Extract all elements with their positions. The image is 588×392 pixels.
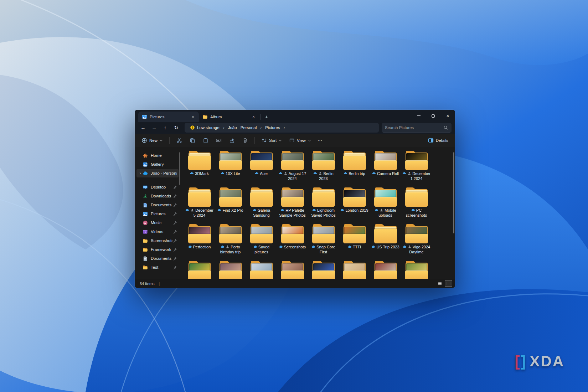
folder-item[interactable] [246,260,277,279]
folder-item-berlin-2023[interactable]: Berlin 2023 [308,150,339,187]
refresh-button[interactable]: ↻ [171,123,182,133]
folder-item[interactable] [308,260,339,279]
folder-icon [143,264,149,270]
downloads-icon [143,193,149,199]
folder-item-berlin-trip[interactable]: Berlin trip [339,150,370,187]
folder-item-acer[interactable]: Acer [246,150,277,187]
folder-item-10x-lite[interactable]: 10X Lite [215,150,246,187]
sort-button[interactable]: Sort [258,135,285,146]
folder-item-camera-roll[interactable]: Camera Roll [370,150,401,187]
folder-item-pc-screenshots[interactable]: PC screenshots [401,187,432,223]
cut-button[interactable] [173,135,185,146]
folder-item-find-x2-pro[interactable]: Find X2 Pro [215,187,246,223]
sidebar-item-downloads[interactable]: Downloads [136,192,179,200]
sidebar-item-documents[interactable]: Documents [136,201,179,209]
folder-item[interactable] [401,260,432,279]
view-button[interactable]: View [286,135,314,146]
sidebar-item-jo-o-personal[interactable]: ›João - Personal [136,169,179,177]
more-options-button[interactable]: ⋯ [315,135,325,146]
folder-item[interactable] [215,260,246,279]
shared-person-icon [284,171,288,176]
folder-item[interactable] [184,260,215,279]
sidebar-scrollbar[interactable] [179,152,180,185]
folder-name: TTTI [353,245,361,249]
scrollbar[interactable] [453,152,454,233]
new-tab-button[interactable]: + [262,112,271,121]
folder-item[interactable] [370,260,401,279]
folder-label: Porto birthday trip [215,245,246,254]
folder-item-december-1-2024[interactable]: December 1 2024 [401,150,432,187]
folder-item[interactable] [277,260,308,279]
folder-item-mobile-uploads[interactable]: Mobile uploads [370,187,401,223]
folder-item-august-17-2024[interactable]: August 17 2024 [277,150,308,187]
navigation-pane: HomeGallery›João - PersonalDesktopDownlo… [135,147,180,279]
folder-item-us-trip-2023[interactable]: US Trip 2023 [370,223,401,260]
breadcrumb-joao-personal[interactable]: João - Personal [226,124,259,132]
sidebar-item-videos[interactable]: Videos [136,227,179,236]
chevron-right-icon[interactable]: › [138,171,143,176]
minimize-button[interactable] [411,110,426,122]
close-button[interactable]: × [440,110,455,122]
folder-icon [312,224,335,243]
large-icons-view-button[interactable] [445,280,452,287]
sidebar-item-pictures[interactable]: Pictures [136,210,179,218]
up-button[interactable]: ↑ [160,123,171,133]
folder-item-saved-pictures[interactable]: Saved pictures [246,223,277,260]
folder-item-vigo-2024-daytime[interactable]: Vigo 2024 Daytime [401,223,432,260]
folder-icon [343,151,366,170]
search-input[interactable] [385,125,443,130]
sidebar-item-desktop[interactable]: Desktop [136,183,179,191]
copy-button[interactable] [186,135,198,146]
folder-item-london-2019[interactable]: London 2019 [339,187,370,223]
folder-item-ttti[interactable]: TTTI [339,223,370,260]
folder-item-perfection[interactable]: Perfection [184,223,215,260]
maximize-button[interactable] [426,110,440,122]
folder-name: August 17 2024 [288,171,306,181]
folder-item-3dmark[interactable]: 3DMark [184,150,215,187]
sidebar-item-music[interactable]: Music [136,218,179,227]
sidebar-item-framework-d[interactable]: Framework D [136,245,179,254]
folder-item-lightroom-saved-photos[interactable]: Lightroom Saved Photos [308,187,339,223]
sidebar-item-home[interactable]: Home [136,151,179,160]
search-box[interactable] [382,123,452,133]
breadcrumb-pictures[interactable]: Pictures [263,124,283,132]
onedrive-status-icon [185,208,189,213]
sidebar-item-gallery[interactable]: Gallery [136,160,179,169]
folder-icon [343,187,366,207]
folder-item-screenshots[interactable]: Screenshots [277,223,308,260]
sidebar-item-documents[interactable]: Documents [136,254,179,263]
folder-item-december-5-2024[interactable]: December 5 2024 [184,187,215,223]
tab-album[interactable]: Album × [199,112,259,122]
forward-button[interactable]: → [149,123,160,133]
item-count: 34 items [140,282,155,286]
folder-name: Perfection [193,245,211,249]
paste-button[interactable] [199,135,212,146]
delete-button[interactable] [239,135,251,146]
folder-item-hp-palette-sample-photos[interactable]: HP Palette Sample Photos [277,187,308,223]
folder-item-snap-core-first[interactable]: Snap Core First [308,223,339,260]
shared-person-icon [408,245,412,250]
sidebar-item-test[interactable]: Test [136,263,179,272]
folder-item-porto-birthday-trip[interactable]: Porto birthday trip [215,223,246,260]
folder-item[interactable] [339,260,370,279]
rename-button[interactable] [212,135,225,146]
details-button[interactable]: Details [425,135,452,146]
gallery-icon [143,161,149,167]
onedrive-status-icon [344,171,347,176]
sidebar-item-label: Pictures [151,212,172,216]
sidebar-item-screenshots[interactable]: Screenshots [136,236,179,245]
back-button[interactable]: ← [138,123,149,133]
tab-pictures[interactable]: Pictures × [138,112,199,122]
new-button[interactable]: New [138,135,166,146]
folder-item-galeria-samsung[interactable]: Galeria Samsung [246,187,277,223]
details-view-button[interactable] [436,280,444,287]
breadcrumb-low-storage[interactable]: Low storage [187,124,222,132]
folder-name: Berlin trip [349,171,365,176]
tab-close-icon[interactable]: × [251,114,257,120]
folder-name: December 5 2024 [194,208,213,217]
tab-close-icon[interactable]: × [190,114,196,120]
xda-bracket-right-icon: ] [521,353,527,370]
share-button[interactable] [226,135,238,146]
onedrive-status-icon [221,245,225,250]
onedrive-status-icon [371,245,375,250]
